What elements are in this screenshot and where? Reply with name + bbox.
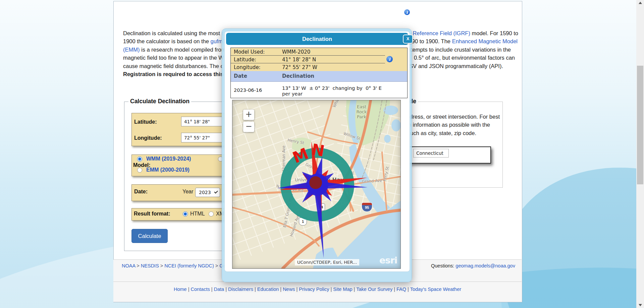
year-label: Year	[182, 189, 193, 195]
cell-text: WMM-2020	[282, 49, 310, 55]
header-text: Date	[234, 73, 247, 79]
result-format-label: Result format:	[134, 211, 170, 217]
footer-link-sep: |	[394, 287, 395, 292]
footer-link-sep: |	[296, 287, 298, 292]
arrow-up-icon	[639, 2, 642, 4]
map-zoom-in-button[interactable]: +	[243, 110, 254, 120]
intro-line-3-right: attempts to include crustal variations i…	[406, 46, 511, 53]
questions-email-link[interactable]: geomag.models@noaa.gov	[455, 263, 515, 268]
label-text: Latitude:	[134, 119, 157, 125]
label-text: WMM (2019-2024)	[146, 156, 191, 162]
cell-text: Longitude:	[234, 64, 261, 70]
footer-link-education[interactable]: Education	[257, 287, 279, 292]
row-separator	[231, 55, 385, 56]
intro-text: attempts to include crustal variations i…	[406, 47, 511, 53]
results-table: Model Used: WMM-2020 Latitude: 41° 18' 2…	[230, 48, 408, 98]
intro-line-5-right: CSV and JSON programmatically (API).	[405, 62, 503, 70]
table-header-row	[231, 71, 407, 82]
footer-link-sep: |	[188, 287, 190, 292]
footer-link-sep: |	[211, 287, 213, 292]
row-separator	[231, 63, 385, 63]
map-zoom-out-button[interactable]: −	[243, 122, 254, 132]
intro-text: 0.5° of arc, but environmental factors c…	[414, 55, 515, 61]
label-text: HTML	[190, 211, 205, 217]
intro-text: CSV and JSON programmatically (API).	[405, 63, 503, 69]
radio-wmm-label[interactable]: WMM (2019-2024)	[146, 156, 191, 162]
emm-model-link[interactable]: Enhanced Magnetic Model	[452, 38, 518, 44]
footer-link-space-weather[interactable]: Today's Space Weather	[410, 287, 461, 292]
cell-text: per year	[282, 91, 303, 97]
breadcrumb-noaa[interactable]: NOAA	[122, 263, 135, 268]
col-date-header: Date	[234, 73, 247, 79]
radio-emm[interactable]	[137, 168, 142, 173]
breadcrumb-ncei[interactable]: NCEI (formerly NGDC)	[164, 263, 214, 268]
radio-wmm[interactable]	[137, 157, 142, 162]
longitude-input[interactable]	[181, 133, 222, 142]
intro-line-5-left: cause magnetic field disturbances. The c	[123, 62, 223, 70]
footer-link-data[interactable]: Data	[214, 287, 224, 292]
footer-link-sitemap[interactable]: Site Map	[333, 287, 352, 292]
map-attribution: UConn/CTDEEP, Esri, HER...	[295, 259, 359, 265]
label-text: Year	[182, 189, 193, 194]
footer-link-privacy[interactable]: Privacy Policy	[299, 287, 329, 292]
location-input[interactable]	[413, 149, 449, 158]
footer-link-survey[interactable]: Take Our Survey	[356, 287, 392, 292]
date-label: Date:	[134, 189, 148, 195]
footer-link-sep: |	[255, 287, 256, 292]
intro-text: Declination is calculated using the most…	[123, 30, 223, 36]
scrollbar-up-arrow[interactable]	[636, 0, 644, 6]
radio-emm-label[interactable]: EMM (2000-2019)	[146, 167, 190, 173]
footer-links: Home | Contacts | Data | Disclaimers | E…	[113, 287, 522, 292]
longitude-label: Longitude:	[134, 135, 162, 141]
footer-link-sep: |	[280, 287, 281, 292]
year-select[interactable]: 2023	[195, 188, 220, 197]
footer-link-home[interactable]: Home	[174, 287, 187, 292]
close-icon[interactable]: X	[403, 35, 413, 44]
scrollbar-thumb[interactable]	[637, 66, 643, 184]
footer-link-sep: |	[354, 287, 355, 292]
footer-link-sep: |	[331, 287, 332, 292]
plus-icon: +	[245, 110, 252, 119]
latitude-label: Latitude:	[134, 119, 157, 125]
compass-overlay	[232, 100, 400, 268]
breadcrumb-nesdis[interactable]: NESDIS	[141, 263, 159, 268]
footer-link-disclaimers[interactable]: Disclaimers	[228, 287, 253, 292]
footer-link-faq[interactable]: FAQ	[396, 287, 406, 292]
declination-value-line1: 13° 13' W ± 0° 23' changing by 0° 3' E	[282, 85, 382, 91]
cell-text: Model Used:	[234, 49, 265, 55]
breadcrumb-sep: >	[137, 263, 139, 268]
title-info-icon[interactable]: i	[404, 9, 410, 15]
igrf-link[interactable]: Reference Field (IGRF)	[413, 30, 470, 36]
footer-link-sep: |	[225, 287, 227, 292]
footer-link-news[interactable]: News	[283, 287, 295, 292]
intro-text: magnetic field too fine to appear in the…	[123, 55, 224, 61]
intro-line-2-right: 1890 to 1900. The Enhanced Magnetic Mode…	[406, 38, 518, 45]
radio-html[interactable]	[183, 211, 188, 217]
radio-html-label[interactable]: HTML	[190, 211, 205, 217]
intro-line-3-left: (EMM) is a research model compiled from	[123, 46, 226, 53]
declination-dialog-panel: Declination X Model Used: WMM-2020 Latit…	[224, 31, 410, 272]
label-text: Date:	[134, 189, 148, 194]
arrow-down-icon	[639, 304, 642, 306]
intro-line-2-left: 1900 the calculator is based on the gufm…	[123, 38, 226, 45]
date-value: 2023-06-16	[234, 87, 262, 93]
radio-xml[interactable]	[209, 211, 214, 217]
intro-line-1-right: Reference Field (IGRF) model. For 1590 t…	[413, 29, 518, 37]
latitude-input[interactable]	[181, 117, 222, 126]
scrollbar[interactable]	[636, 0, 644, 308]
dialog-title: Declination	[302, 36, 332, 42]
declination-map[interactable]: Whitney Ave East Rock Park Willow St Hen…	[232, 100, 401, 269]
result-info-icon[interactable]: i	[386, 56, 393, 62]
intro-text: is a research model compiled from	[140, 47, 226, 53]
button-text: Calculate	[138, 233, 161, 239]
latitude-row-value: 41° 18' 28" N	[282, 57, 316, 63]
scrollbar-down-arrow[interactable]	[636, 302, 644, 308]
emm-link[interactable]: (EMM)	[123, 47, 140, 53]
dialog-titlebar[interactable]: Declination	[226, 33, 408, 45]
cell-text: Latitude:	[234, 57, 256, 63]
attribution-text: UConn/CTDEEP, Esri, HER...	[297, 260, 357, 265]
footer-link-contacts[interactable]: Contacts	[191, 287, 210, 292]
cell-text: 41° 18' 28" N	[282, 57, 316, 63]
calculate-button[interactable]: Calculate	[131, 229, 168, 243]
esri-logo: esri	[379, 255, 397, 265]
